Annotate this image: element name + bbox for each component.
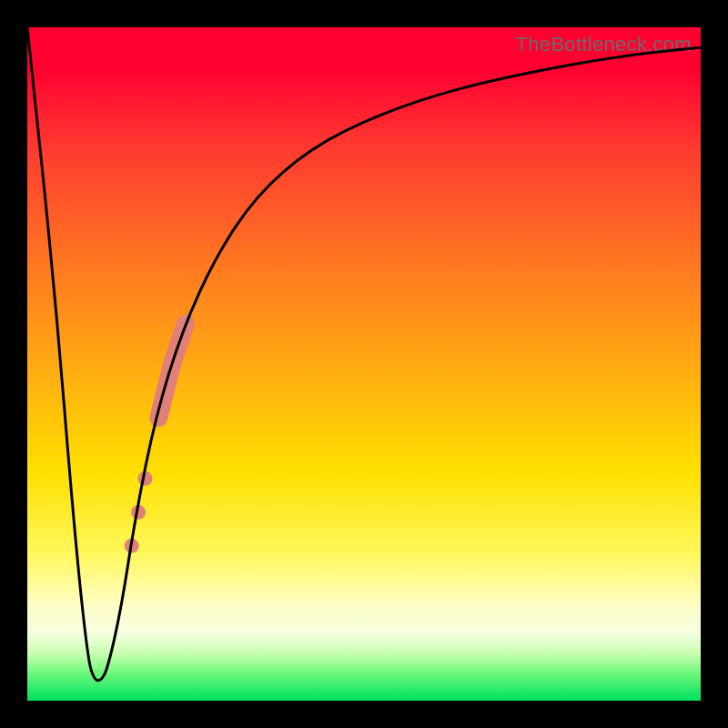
chart-frame: TheBottleneck.com [0,0,728,728]
chart-svg [27,27,701,701]
plot-area: TheBottleneck.com [27,27,701,701]
bottleneck-curve [27,27,701,681]
